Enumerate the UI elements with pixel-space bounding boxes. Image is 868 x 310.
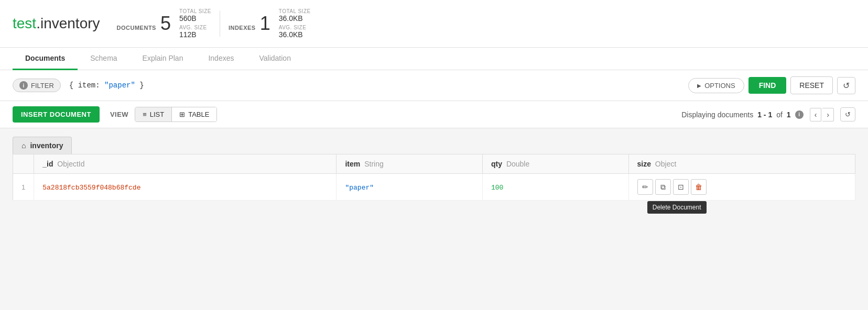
row-qty-cell: 100 <box>482 174 628 201</box>
collection-name: inventory <box>30 141 63 150</box>
filter-info-icon: i <box>19 81 28 90</box>
avg-size-docs: 112B <box>179 30 211 39</box>
coll-name: inventory <box>40 15 100 31</box>
total-size-label: TOTAL SIZE <box>179 8 211 14</box>
refresh-docs-button[interactable]: ↺ <box>840 107 855 121</box>
filter-input[interactable]: { item: "paper" } <box>65 79 684 92</box>
clone-document-button[interactable]: ⊡ <box>673 179 689 195</box>
tab-indexes[interactable]: Indexes <box>196 48 246 70</box>
tab-documents[interactable]: Documents <box>13 48 78 70</box>
header: test.inventory DOCUMENTS 5 TOTAL SIZE 56… <box>0 0 868 48</box>
stats-divider <box>220 10 220 37</box>
options-label: OPTIONS <box>704 82 735 90</box>
options-triangle-icon: ▶ <box>697 83 701 88</box>
copy-document-button[interactable]: ⧉ <box>655 179 671 195</box>
col-id: _id ObjectId <box>34 154 337 174</box>
list-label: LIST <box>150 110 164 118</box>
next-page-button[interactable]: › <box>822 108 834 121</box>
indexes-label: INDEXES <box>229 25 256 31</box>
indexes-total-size-label: TOTAL SIZE <box>279 8 311 14</box>
row-size-cell: ✏ ⧉ ⊡ 🗑 D <box>628 174 855 201</box>
pencil-icon: ✏ <box>642 183 648 191</box>
refresh-icon: ↺ <box>843 81 850 90</box>
docs-stats: DOCUMENTS 5 TOTAL SIZE 560B AVG. SIZE 11… <box>117 8 211 39</box>
indexes-total-size: 36.0KB <box>279 14 311 23</box>
pagination-nav: ‹ › <box>810 108 834 121</box>
col-size: size Object <box>628 154 855 174</box>
prev-page-button[interactable]: ‹ <box>810 108 822 121</box>
filter-badge[interactable]: i FILTER <box>13 79 61 92</box>
object-id-link[interactable]: 5a2818fcb3559f048b68fcde <box>42 184 140 192</box>
collection-title: test.inventory <box>13 15 100 32</box>
doc-display: Displaying documents 1 - 1 of 1 i <box>681 110 803 119</box>
view-label: VIEW <box>110 110 128 118</box>
display-info-icon: i <box>795 110 804 119</box>
tab-schema[interactable]: Schema <box>78 48 129 70</box>
display-text-pre: Displaying documents <box>681 110 753 119</box>
tabs-bar: Documents Schema Explain Plan Indexes Va… <box>0 48 868 70</box>
refresh-button[interactable]: ↺ <box>837 77 855 94</box>
avg-size-label: AVG. SIZE <box>179 25 211 30</box>
documents-label: DOCUMENTS <box>117 25 156 31</box>
row-num-cell: 1 <box>13 174 34 201</box>
indexes-stats: INDEXES 1 TOTAL SIZE 36.0KB AVG. SIZE 36… <box>229 8 311 39</box>
documents-count: 5 <box>160 13 171 35</box>
table-row: 1 5a2818fcb3559f048b68fcde "paper" 100 <box>13 174 855 201</box>
row-id-cell: 5a2818fcb3559f048b68fcde <box>34 174 337 201</box>
prev-icon: ‹ <box>815 110 817 119</box>
action-bar: INSERT DOCUMENT VIEW ≡ LIST ⊞ TABLE Disp… <box>0 101 868 128</box>
list-icon: ≡ <box>143 110 147 118</box>
delete-tooltip: Delete Document <box>647 201 707 214</box>
table-icon: ⊞ <box>179 110 185 118</box>
display-range: 1 - 1 <box>757 110 772 119</box>
reset-button[interactable]: RESET <box>790 76 833 94</box>
filter-toolbar: i FILTER { item: "paper" } ▶ OPTIONS FIN… <box>0 70 868 101</box>
docs-sub-stats: TOTAL SIZE 560B AVG. SIZE 112B <box>179 8 211 39</box>
table-header-row: _id ObjectId item String qty Double size… <box>13 154 855 174</box>
insert-document-button[interactable]: INSERT DOCUMENT <box>13 106 100 123</box>
tab-explain-plan[interactable]: Explain Plan <box>130 48 196 70</box>
total-size-docs: 560B <box>179 14 211 23</box>
next-icon: › <box>827 110 829 119</box>
collection-container: ⌂ inventory _id ObjectId item String qty <box>0 128 868 310</box>
copy-icon: ⧉ <box>660 183 666 192</box>
col-row-num <box>13 154 34 174</box>
indexes-avg-size-label: AVG. SIZE <box>279 25 311 30</box>
stats-container: DOCUMENTS 5 TOTAL SIZE 560B AVG. SIZE 11… <box>117 8 311 39</box>
find-button[interactable]: FIND <box>748 77 787 94</box>
col-qty: qty Double <box>482 154 628 174</box>
filter-label: FILTER <box>31 82 54 90</box>
view-toggle: ≡ LIST ⊞ TABLE <box>135 107 217 122</box>
row-item-cell: "paper" <box>337 174 483 201</box>
options-button[interactable]: ▶ OPTIONS <box>688 78 744 93</box>
list-view-button[interactable]: ≡ LIST <box>135 107 172 121</box>
clone-icon: ⊡ <box>678 183 684 191</box>
tab-validation[interactable]: Validation <box>246 48 303 70</box>
table-view-button[interactable]: ⊞ TABLE <box>172 107 216 121</box>
db-name: test <box>13 15 36 31</box>
indexes-avg-size: 36.0KB <box>279 30 311 39</box>
indexes-sub-stats: TOTAL SIZE 36.0KB AVG. SIZE 36.0KB <box>279 8 311 39</box>
collection-header: ⌂ inventory <box>13 137 72 154</box>
col-item: item String <box>337 154 483 174</box>
edit-document-button[interactable]: ✏ <box>637 179 653 195</box>
home-icon: ⌂ <box>21 141 26 150</box>
refresh-docs-icon: ↺ <box>845 110 851 118</box>
indexes-count: 1 <box>260 13 270 35</box>
display-total: 1 <box>787 110 791 119</box>
data-table: _id ObjectId item String qty Double size… <box>13 154 855 201</box>
row-actions: ✏ ⧉ ⊡ 🗑 D <box>637 179 847 195</box>
table-label: TABLE <box>188 110 209 118</box>
delete-document-button[interactable]: 🗑 <box>691 179 707 195</box>
delete-icon: 🗑 <box>695 183 702 191</box>
delete-tooltip-container: 🗑 Delete Document <box>691 179 707 195</box>
